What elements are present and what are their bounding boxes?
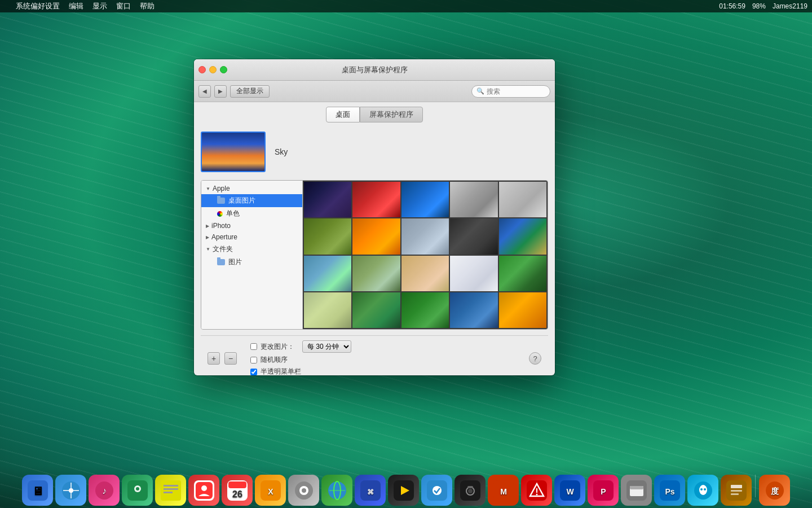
dock-calendar[interactable]: 26 [222, 475, 253, 506]
dock-photoshop[interactable]: Ps [654, 475, 685, 506]
wallpaper-orange-field[interactable] [352, 218, 400, 254]
main-content: Sky ▼ Apple 桌面图片 [194, 122, 555, 375]
remove-button[interactable]: − [224, 352, 237, 365]
minimize-button[interactable] [209, 66, 217, 73]
svg-point-17 [201, 485, 207, 491]
preview-image [201, 132, 266, 172]
change-image-label: 更改图片： [261, 342, 294, 352]
dock-finder2[interactable] [621, 475, 652, 506]
sidebar-item-pictures[interactable]: 图片 [201, 256, 302, 269]
dock-xcode[interactable]: X [255, 475, 286, 506]
svg-rect-11 [161, 480, 181, 501]
wallpaper-coast[interactable] [304, 256, 351, 291]
sidebar-item-desktop-pictures[interactable]: 桌面图片 [201, 194, 302, 207]
interval-select[interactable]: 每 30 分钟 [302, 340, 351, 353]
menu-edit[interactable]: 编辑 [69, 1, 83, 11]
dock-preferences[interactable] [288, 475, 319, 506]
wallpaper-sandy[interactable] [304, 292, 351, 328]
wallpaper-galaxy[interactable] [304, 182, 351, 217]
wallpaper-lily[interactable] [499, 256, 546, 291]
wallpaper-dark-bird[interactable] [450, 218, 497, 254]
svg-text:⌘: ⌘ [367, 488, 374, 496]
collapse-icon-2: ▼ [206, 247, 210, 252]
dock-matlab[interactable]: M [488, 475, 519, 506]
dock-camera[interactable] [454, 475, 486, 506]
wallpaper-partial[interactable] [499, 292, 546, 328]
menu-window[interactable]: 窗口 [116, 1, 131, 11]
add-button[interactable]: + [208, 352, 220, 365]
sidebar-group-folders[interactable]: ▼ 文件夹 [201, 243, 302, 256]
dock-iphoto[interactable] [122, 475, 153, 506]
dock-papers[interactable] [721, 475, 752, 506]
sidebar-group-iphoto[interactable]: ▶ iPhoto [201, 220, 302, 231]
dock-contacts[interactable] [188, 475, 219, 506]
window-title: 桌面与屏幕保护程序 [342, 65, 408, 75]
sidebar: ▼ Apple 桌面图片 单色 ▶ [201, 181, 303, 329]
wallpaper-earth[interactable] [499, 218, 546, 254]
dock-dudu[interactable]: 度 [759, 475, 790, 506]
svg-point-37 [468, 489, 473, 493]
bottom-bar: + − 更改图片： 每 30 分钟 随机顺序 [201, 335, 548, 375]
dock-google-earth[interactable] [321, 475, 352, 506]
wallpaper-misty-mtn[interactable] [401, 218, 449, 254]
tab-screensaver[interactable]: 屏幕保护程序 [360, 107, 423, 122]
menubar-right: 01:56:59 98% James2119 [719, 2, 807, 10]
svg-text:26: 26 [232, 489, 242, 499]
preview-label: Sky [275, 147, 288, 156]
random-order-checkbox[interactable] [250, 357, 257, 364]
svg-text:🖥: 🖥 [32, 485, 43, 497]
sidebar-group-aperture[interactable]: ▶ Aperture [201, 231, 302, 243]
menu-display[interactable]: 显示 [92, 1, 107, 11]
wallpaper-fog-tree[interactable] [450, 182, 497, 217]
dock-things[interactable] [421, 475, 452, 506]
sidebar-item-pictures-label: 图片 [228, 257, 242, 267]
dock-safari[interactable] [55, 475, 86, 506]
wallpaper-desert[interactable] [401, 256, 449, 291]
search-input[interactable] [487, 87, 545, 95]
wallpaper-snow[interactable] [450, 256, 497, 291]
dock-finder[interactable]: 🖥 [22, 475, 53, 506]
sidebar-item-solid-color[interactable]: 单色 [201, 207, 302, 220]
preferences-window: 桌面与屏幕保护程序 ◀ ▶ 全部显示 🔍 桌面 屏幕保护程序 [194, 59, 555, 375]
menu-help[interactable]: 帮助 [140, 1, 155, 11]
options-area: 更改图片： 每 30 分钟 随机顺序 半透明菜单栏 [250, 340, 351, 375]
expand-icon-2: ▶ [206, 235, 209, 240]
maximize-button[interactable] [220, 66, 227, 73]
wallpaper-bare-trees[interactable] [499, 182, 546, 217]
wallpaper-elephant[interactable] [352, 256, 400, 291]
expand-icon: ▶ [206, 224, 209, 229]
help-button[interactable]: ? [529, 352, 541, 365]
translucent-checkbox[interactable] [250, 369, 257, 375]
dock-xcode2[interactable]: ⌘ [355, 475, 386, 506]
wallpaper-green-grass[interactable] [401, 292, 449, 328]
forward-button[interactable]: ▶ [214, 85, 227, 98]
wallpaper-blue-lake[interactable] [450, 292, 497, 328]
dock: 🖥 ♪ 26 X ⌘ [0, 466, 812, 508]
search-box[interactable]: 🔍 [471, 85, 550, 98]
change-image-checkbox[interactable] [250, 343, 257, 350]
color-dot-icon [217, 211, 223, 217]
back-button[interactable]: ◀ [198, 85, 211, 98]
dock-final-cut-pro[interactable] [388, 475, 419, 506]
menu-preferences[interactable]: 系统偏好设置 [16, 1, 60, 11]
dock-qq[interactable] [687, 475, 718, 506]
svg-text:♪: ♪ [102, 486, 107, 496]
wallpaper-frog[interactable] [352, 292, 400, 328]
dock-itunes[interactable]: ♪ [89, 475, 120, 506]
content: 桌面 屏幕保护程序 Sky ▼ Apple [194, 102, 555, 375]
tab-desktop[interactable]: 桌面 [326, 107, 360, 122]
wallpaper-grass[interactable] [304, 218, 351, 254]
show-all-button[interactable]: 全部显示 [230, 85, 270, 98]
menubar: 系统偏好设置 编辑 显示 窗口 帮助 01:56:59 98% James211… [0, 0, 812, 12]
wallpaper-blue-water[interactable] [401, 182, 449, 217]
close-button[interactable] [198, 66, 206, 73]
svg-text:X: X [268, 487, 273, 496]
dock-ad[interactable] [521, 475, 552, 506]
wallpaper-red-flower[interactable] [352, 182, 400, 217]
dock-word[interactable]: W [554, 475, 585, 506]
svg-rect-14 [164, 492, 173, 493]
dock-powerpoint[interactable]: P [588, 475, 619, 506]
battery: 98% [752, 2, 766, 10]
dock-stickies[interactable] [155, 475, 186, 506]
sidebar-group-apple[interactable]: ▼ Apple [201, 183, 302, 194]
